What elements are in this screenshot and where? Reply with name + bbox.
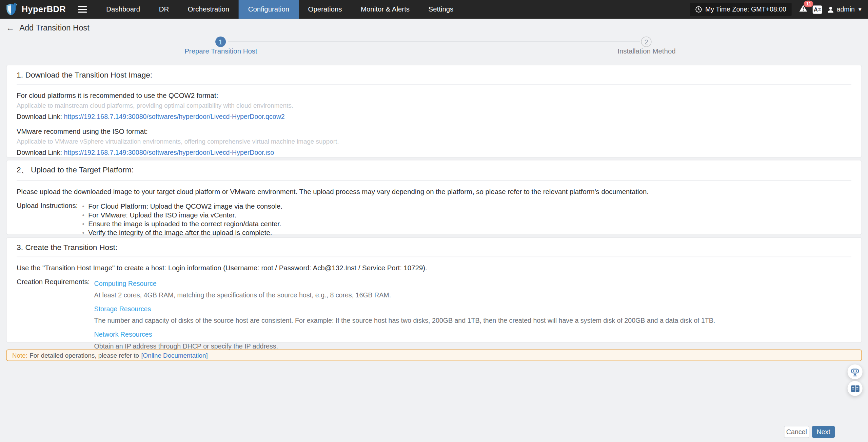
page-title: Add Transition Host xyxy=(19,23,90,32)
timezone-label: My Time Zone: GMT+08:00 xyxy=(705,5,786,13)
section-upload-platform: 2、 Upload to the Target Platform: Please… xyxy=(6,160,862,235)
nav-item-configuration[interactable]: Configuration xyxy=(239,0,299,19)
step-1-label: Prepare Transition Host xyxy=(184,47,257,55)
divider xyxy=(17,180,851,181)
divider xyxy=(17,84,851,85)
step-2-circle[interactable]: 2 xyxy=(641,37,652,47)
next-button[interactable]: Next xyxy=(812,426,835,438)
qcow2-link-line: Download Link: https://192.168.7.149:300… xyxy=(17,113,851,121)
main-nav: Dashboard DR Orchestration Configuration… xyxy=(97,0,463,19)
nav-item-dr[interactable]: DR xyxy=(150,0,178,19)
navbar-right: My Time Zone: GMT+08:00 11 A文 admin xyxy=(690,3,868,16)
documentation-float-button[interactable] xyxy=(848,381,863,396)
username-label: admin xyxy=(837,5,855,13)
brand-name: HyperBDR xyxy=(22,4,66,14)
book-icon xyxy=(851,385,860,393)
network-resources-link[interactable]: Network Resources xyxy=(94,331,152,338)
list-item: • For Cloud Platform: Upload the QCOW2 i… xyxy=(82,202,282,211)
bullet-icon: • xyxy=(82,219,84,228)
requirement-network: Network Resources Obtain an IP address t… xyxy=(94,329,715,350)
language-switch-icon[interactable]: A文 xyxy=(813,5,822,14)
chevron-down-icon: ▼ xyxy=(857,7,863,12)
nav-item-dashboard[interactable]: Dashboard xyxy=(97,0,150,19)
step-2-label: Installation Method xyxy=(617,47,675,55)
qcow2-heading: For cloud platforms it is recommended to… xyxy=(17,92,851,100)
qcow2-desc: Applicable to mainstream cloud platforms… xyxy=(17,102,851,109)
list-item: • Ensure the image is uploaded to the co… xyxy=(82,219,282,228)
computing-resource-link[interactable]: Computing Resource xyxy=(94,280,157,288)
create-host-intro: Use the "Transition Host Image" to creat… xyxy=(17,264,851,272)
iso-group: VMware recommend using the ISO format: A… xyxy=(17,128,851,156)
back-arrow-icon[interactable]: ← xyxy=(6,23,14,31)
divider xyxy=(17,257,851,257)
hyperbdr-logo-icon xyxy=(5,3,18,16)
iso-desc: Applicable to VMware vSphere virtualizat… xyxy=(17,138,851,145)
section-create-host: 3. Create the Transition Host: Use the "… xyxy=(6,237,862,343)
step-connector-line xyxy=(228,41,640,42)
iso-download-link[interactable]: https://192.168.7.149:30080/softwares/hy… xyxy=(64,149,274,156)
list-item: • Verify the integrity of the image afte… xyxy=(82,228,282,237)
nav-item-orchestration[interactable]: Orchestration xyxy=(178,0,239,19)
note-label: Note: xyxy=(12,352,27,359)
assistant-float-button[interactable] xyxy=(848,364,863,379)
iso-heading: VMware recommend using the ISO format: xyxy=(17,128,851,135)
bullet-icon: • xyxy=(82,211,84,219)
storage-resources-desc: The number and capacity of disks of the … xyxy=(94,317,715,325)
brand[interactable]: HyperBDR xyxy=(0,3,66,16)
storage-resources-link[interactable]: Storage Resources xyxy=(94,305,151,313)
qcow2-download-link[interactable]: https://192.168.7.149:30080/softwares/hy… xyxy=(64,113,284,121)
bullet-icon: • xyxy=(82,228,84,237)
creation-requirements-label: Creation Requirements: xyxy=(17,278,90,354)
list-item: • For VMware: Upload the ISO image via v… xyxy=(82,211,282,219)
download-link-label: Download Link: xyxy=(17,113,62,121)
page-head: ← Add Transition Host xyxy=(6,23,90,32)
network-resources-desc: Obtain an IP address through DHCP or spe… xyxy=(94,342,715,350)
note-text: For detailed operations, please refer to xyxy=(29,352,139,359)
robot-assistant-icon xyxy=(850,367,860,377)
requirements-list: Computing Resource At least 2 cores, 4GB… xyxy=(94,278,715,354)
section-download-image: 1. Download the Transition Host Image: F… xyxy=(6,65,862,157)
upload-instructions: Upload Instructions: • For Cloud Platfor… xyxy=(17,202,851,237)
user-icon xyxy=(827,6,834,13)
menu-toggle-icon[interactable] xyxy=(78,6,87,13)
user-menu[interactable]: admin ▼ xyxy=(827,5,863,13)
alerts-button[interactable]: 11 xyxy=(799,4,808,14)
section-3-title: 3. Create the Transition Host: xyxy=(17,243,851,252)
section-2-title: 2、 Upload to the Target Platform: xyxy=(17,165,851,175)
requirement-computing: Computing Resource At least 2 cores, 4GB… xyxy=(94,278,715,299)
creation-requirements: Creation Requirements: Computing Resourc… xyxy=(17,278,851,354)
nav-item-settings[interactable]: Settings xyxy=(419,0,463,19)
alert-count-badge: 11 xyxy=(804,1,813,7)
upload-instruction-list: • For Cloud Platform: Upload the QCOW2 i… xyxy=(82,202,282,237)
upload-paragraph: Please upload the downloaded image to yo… xyxy=(17,188,851,196)
nav-item-monitor-alerts[interactable]: Monitor & Alerts xyxy=(351,0,419,19)
nav-item-operations[interactable]: Operations xyxy=(299,0,351,19)
download-link-label: Download Link: xyxy=(17,149,62,156)
top-navbar: HyperBDR Dashboard DR Orchestration Conf… xyxy=(0,0,868,19)
timezone-selector[interactable]: My Time Zone: GMT+08:00 xyxy=(690,3,792,16)
note-banner: Note: For detailed operations, please re… xyxy=(6,350,862,361)
section-1-title: 1. Download the Transition Host Image: xyxy=(17,70,851,79)
clock-icon xyxy=(695,6,702,13)
iso-link-line: Download Link: https://192.168.7.149:300… xyxy=(17,149,851,156)
qcow2-group: For cloud platforms it is recommended to… xyxy=(17,92,851,121)
computing-resource-desc: At least 2 cores, 4GB RAM, matching the … xyxy=(94,291,715,299)
bullet-icon: • xyxy=(82,202,84,211)
upload-instructions-label: Upload Instructions: xyxy=(17,202,78,237)
step-1-circle[interactable]: 1 xyxy=(215,37,226,47)
app-root: HyperBDR Dashboard DR Orchestration Conf… xyxy=(0,0,868,442)
online-documentation-link[interactable]: [Online Documentation] xyxy=(141,352,208,359)
cancel-button[interactable]: Cancel xyxy=(784,426,809,438)
requirement-storage: Storage Resources The number and capacit… xyxy=(94,303,715,324)
